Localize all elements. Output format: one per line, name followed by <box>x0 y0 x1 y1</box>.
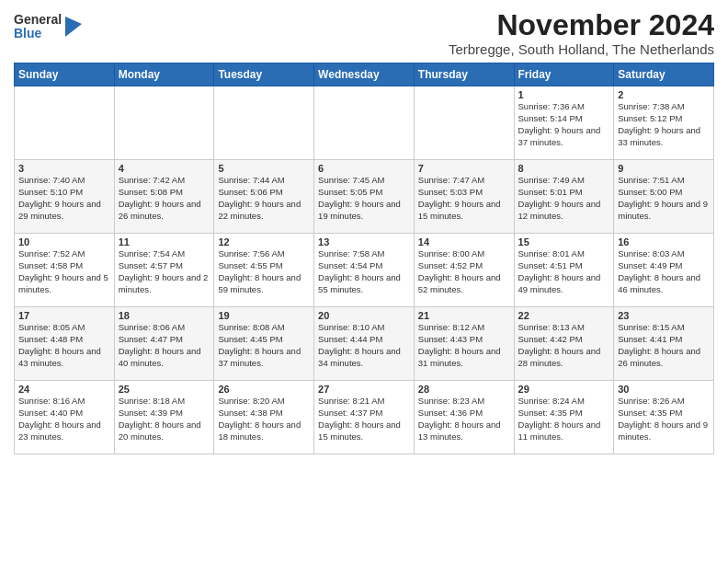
day-info: Sunrise: 8:21 AM Sunset: 4:37 PM Dayligh… <box>318 396 410 442</box>
day-info: Sunrise: 8:24 AM Sunset: 4:35 PM Dayligh… <box>518 396 610 442</box>
day-number: 8 <box>518 163 610 174</box>
month-title: November 2024 <box>449 9 714 41</box>
calendar-cell: 3Sunrise: 7:40 AM Sunset: 5:10 PM Daylig… <box>15 160 115 234</box>
day-number: 21 <box>418 310 510 321</box>
calendar-cell: 11Sunrise: 7:54 AM Sunset: 4:57 PM Dayli… <box>114 234 214 307</box>
day-info: Sunrise: 8:01 AM Sunset: 4:51 PM Dayligh… <box>518 248 610 295</box>
calendar-cell: 15Sunrise: 8:01 AM Sunset: 4:51 PM Dayli… <box>514 234 614 307</box>
calendar-cell: 22Sunrise: 8:13 AM Sunset: 4:42 PM Dayli… <box>514 307 614 381</box>
calendar-cell: 14Sunrise: 8:00 AM Sunset: 4:52 PM Dayli… <box>414 234 514 307</box>
day-info: Sunrise: 7:40 AM Sunset: 5:10 PM Dayligh… <box>18 175 110 222</box>
calendar: SundayMondayTuesdayWednesdayThursdayFrid… <box>14 63 714 454</box>
col-header-tuesday: Tuesday <box>214 63 314 86</box>
day-number: 14 <box>418 236 510 247</box>
logo: General Blue <box>14 13 82 41</box>
week-row-2: 3Sunrise: 7:40 AM Sunset: 5:10 PM Daylig… <box>15 160 714 234</box>
day-number: 29 <box>518 384 610 395</box>
day-info: Sunrise: 8:00 AM Sunset: 4:52 PM Dayligh… <box>418 248 510 295</box>
day-info: Sunrise: 7:45 AM Sunset: 5:05 PM Dayligh… <box>318 175 410 222</box>
calendar-cell: 6Sunrise: 7:45 AM Sunset: 5:05 PM Daylig… <box>314 160 415 234</box>
calendar-cell: 13Sunrise: 7:58 AM Sunset: 4:54 PM Dayli… <box>314 234 415 307</box>
day-number: 9 <box>618 163 710 174</box>
calendar-header-row: SundayMondayTuesdayWednesdayThursdayFrid… <box>15 63 714 86</box>
col-header-sunday: Sunday <box>15 63 115 86</box>
logo-icon <box>65 17 82 37</box>
calendar-cell: 12Sunrise: 7:56 AM Sunset: 4:55 PM Dayli… <box>214 234 314 307</box>
week-row-1: 1Sunrise: 7:36 AM Sunset: 5:14 PM Daylig… <box>15 86 714 160</box>
day-info: Sunrise: 8:20 AM Sunset: 4:38 PM Dayligh… <box>218 396 310 442</box>
day-info: Sunrise: 8:15 AM Sunset: 4:41 PM Dayligh… <box>618 322 710 369</box>
calendar-cell: 19Sunrise: 8:08 AM Sunset: 4:45 PM Dayli… <box>214 307 314 381</box>
calendar-cell: 30Sunrise: 8:26 AM Sunset: 4:35 PM Dayli… <box>614 381 714 454</box>
calendar-cell: 1Sunrise: 7:36 AM Sunset: 5:14 PM Daylig… <box>514 86 614 160</box>
calendar-cell: 4Sunrise: 7:42 AM Sunset: 5:08 PM Daylig… <box>114 160 214 234</box>
day-info: Sunrise: 7:42 AM Sunset: 5:08 PM Dayligh… <box>119 175 210 222</box>
title-block: November 2024 Terbregge, South Holland, … <box>449 9 714 57</box>
calendar-cell: 16Sunrise: 8:03 AM Sunset: 4:49 PM Dayli… <box>614 234 714 307</box>
day-number: 18 <box>119 310 210 321</box>
day-info: Sunrise: 8:12 AM Sunset: 4:43 PM Dayligh… <box>418 322 510 369</box>
day-number: 13 <box>318 236 410 247</box>
day-info: Sunrise: 7:49 AM Sunset: 5:01 PM Dayligh… <box>518 175 610 222</box>
calendar-cell: 25Sunrise: 8:18 AM Sunset: 4:39 PM Dayli… <box>114 381 214 454</box>
day-info: Sunrise: 7:58 AM Sunset: 4:54 PM Dayligh… <box>318 248 410 295</box>
location-title: Terbregge, South Holland, The Netherland… <box>449 41 714 57</box>
day-number: 16 <box>618 236 710 247</box>
week-row-5: 24Sunrise: 8:16 AM Sunset: 4:40 PM Dayli… <box>15 381 714 454</box>
week-row-3: 10Sunrise: 7:52 AM Sunset: 4:58 PM Dayli… <box>15 234 714 307</box>
calendar-cell: 9Sunrise: 7:51 AM Sunset: 5:00 PM Daylig… <box>614 160 714 234</box>
day-number: 23 <box>618 310 710 321</box>
logo-blue: Blue <box>14 27 62 40</box>
calendar-cell: 8Sunrise: 7:49 AM Sunset: 5:01 PM Daylig… <box>514 160 614 234</box>
calendar-cell: 27Sunrise: 8:21 AM Sunset: 4:37 PM Dayli… <box>314 381 415 454</box>
day-info: Sunrise: 7:47 AM Sunset: 5:03 PM Dayligh… <box>418 175 510 222</box>
day-number: 2 <box>618 89 710 100</box>
day-info: Sunrise: 7:44 AM Sunset: 5:06 PM Dayligh… <box>218 175 310 222</box>
svg-marker-0 <box>65 17 82 37</box>
logo-general: General <box>14 13 62 27</box>
day-info: Sunrise: 8:05 AM Sunset: 4:48 PM Dayligh… <box>18 322 110 369</box>
day-info: Sunrise: 8:08 AM Sunset: 4:45 PM Dayligh… <box>218 322 310 369</box>
day-number: 3 <box>18 163 110 174</box>
day-info: Sunrise: 8:10 AM Sunset: 4:44 PM Dayligh… <box>318 322 410 369</box>
day-number: 15 <box>518 236 610 247</box>
header: General Blue November 2024 Terbregge, So… <box>14 9 714 57</box>
day-number: 19 <box>218 310 310 321</box>
calendar-cell: 7Sunrise: 7:47 AM Sunset: 5:03 PM Daylig… <box>414 160 514 234</box>
day-number: 22 <box>518 310 610 321</box>
col-header-wednesday: Wednesday <box>314 63 415 86</box>
calendar-cell: 18Sunrise: 8:06 AM Sunset: 4:47 PM Dayli… <box>114 307 214 381</box>
calendar-cell: 26Sunrise: 8:20 AM Sunset: 4:38 PM Dayli… <box>214 381 314 454</box>
logo-text: General Blue <box>14 13 62 41</box>
day-number: 6 <box>318 163 410 174</box>
day-number: 20 <box>318 310 410 321</box>
day-number: 26 <box>218 384 310 395</box>
day-number: 4 <box>119 163 210 174</box>
day-number: 10 <box>18 236 110 247</box>
col-header-monday: Monday <box>114 63 214 86</box>
calendar-cell: 23Sunrise: 8:15 AM Sunset: 4:41 PM Dayli… <box>614 307 714 381</box>
col-header-thursday: Thursday <box>414 63 514 86</box>
calendar-cell <box>214 86 314 160</box>
calendar-cell: 2Sunrise: 7:38 AM Sunset: 5:12 PM Daylig… <box>614 86 714 160</box>
day-number: 5 <box>218 163 310 174</box>
day-number: 11 <box>119 236 210 247</box>
day-info: Sunrise: 8:16 AM Sunset: 4:40 PM Dayligh… <box>18 396 110 442</box>
day-info: Sunrise: 8:03 AM Sunset: 4:49 PM Dayligh… <box>618 248 710 295</box>
day-info: Sunrise: 8:18 AM Sunset: 4:39 PM Dayligh… <box>119 396 210 442</box>
day-info: Sunrise: 7:36 AM Sunset: 5:14 PM Dayligh… <box>518 101 610 148</box>
day-info: Sunrise: 7:54 AM Sunset: 4:57 PM Dayligh… <box>119 248 210 295</box>
calendar-cell: 29Sunrise: 8:24 AM Sunset: 4:35 PM Dayli… <box>514 381 614 454</box>
calendar-cell: 24Sunrise: 8:16 AM Sunset: 4:40 PM Dayli… <box>15 381 115 454</box>
day-info: Sunrise: 7:51 AM Sunset: 5:00 PM Dayligh… <box>618 175 710 222</box>
col-header-saturday: Saturday <box>614 63 714 86</box>
day-number: 25 <box>119 384 210 395</box>
calendar-cell: 10Sunrise: 7:52 AM Sunset: 4:58 PM Dayli… <box>15 234 115 307</box>
calendar-cell <box>114 86 214 160</box>
calendar-cell <box>15 86 115 160</box>
day-info: Sunrise: 7:38 AM Sunset: 5:12 PM Dayligh… <box>618 101 710 148</box>
day-info: Sunrise: 8:06 AM Sunset: 4:47 PM Dayligh… <box>119 322 210 369</box>
calendar-cell <box>414 86 514 160</box>
day-number: 17 <box>18 310 110 321</box>
day-number: 24 <box>18 384 110 395</box>
